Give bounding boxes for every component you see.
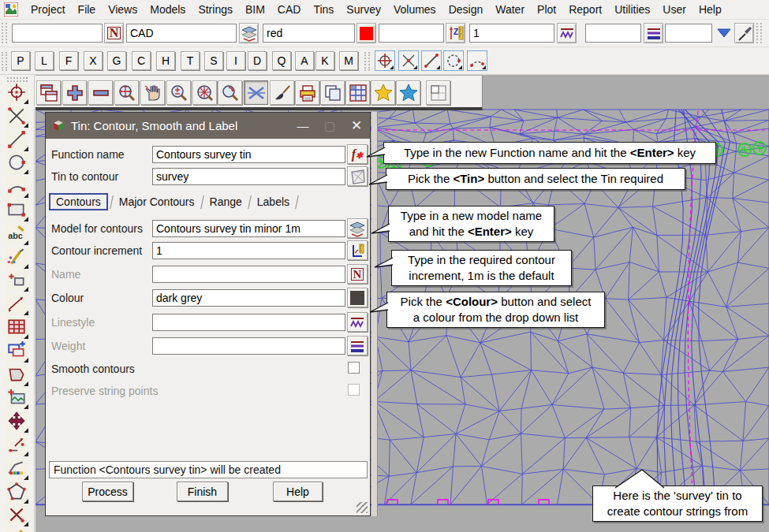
- menu-item-plot[interactable]: Plot: [531, 3, 562, 16]
- zoom-in-button[interactable]: [62, 80, 87, 105]
- snap-toggle-d[interactable]: D: [248, 51, 267, 70]
- arc-snap-icon[interactable]: [467, 50, 487, 71]
- cursor-snap-icon[interactable]: [375, 50, 395, 71]
- linestyle-field[interactable]: [469, 24, 554, 43]
- tab-labels[interactable]: Labels: [252, 194, 295, 210]
- snap-toggle-t[interactable]: T: [181, 51, 200, 70]
- menu-item-design[interactable]: Design: [442, 3, 490, 16]
- copy-view-button[interactable]: [320, 80, 345, 105]
- menu-item-water[interactable]: Water: [489, 3, 531, 16]
- height-button[interactable]: Z: [446, 23, 465, 43]
- function-button[interactable]: f✱: [347, 144, 368, 164]
- snap-toggle-c[interactable]: C: [132, 51, 151, 70]
- circle-snap-icon[interactable]: [443, 50, 464, 71]
- menu-item-help[interactable]: Help: [692, 3, 728, 16]
- text-tool-button[interactable]: abc: [6, 223, 28, 245]
- draw-symbols-tool-button[interactable]: [6, 247, 28, 269]
- preserve-string-points-checkbox[interactable]: [348, 384, 360, 396]
- name-field[interactable]: [12, 24, 103, 43]
- point-snap-icon[interactable]: [398, 50, 419, 71]
- snap-toggle-a[interactable]: A: [295, 51, 314, 70]
- model-field[interactable]: [126, 24, 237, 43]
- toolbar-drag-handle[interactable]: [2, 52, 7, 71]
- toggle-view-strings-button[interactable]: [244, 80, 268, 105]
- dialog-resize-grip[interactable]: [357, 502, 368, 513]
- point-tool-button[interactable]: [6, 82, 28, 104]
- model-for-contours-input[interactable]: [152, 220, 345, 237]
- symbol-dropdown-button[interactable]: [714, 23, 734, 43]
- snap-toggle-h[interactable]: H: [156, 51, 175, 70]
- linestyle-input[interactable]: [152, 314, 345, 331]
- eyedropper-button[interactable]: [734, 23, 754, 43]
- help-button[interactable]: Help: [273, 482, 323, 501]
- plot-button[interactable]: [295, 80, 319, 105]
- menu-item-project[interactable]: Project: [24, 3, 72, 16]
- snap-toggle-l[interactable]: L: [35, 51, 54, 70]
- layout-panes-button[interactable]: [426, 80, 450, 105]
- create-point-tool-button[interactable]: [6, 270, 28, 292]
- circle-tool-button[interactable]: [6, 152, 28, 174]
- rectangle-plus-tool-button[interactable]: [6, 340, 28, 363]
- toolbar-drag-handle[interactable]: [756, 23, 762, 43]
- snap-toggle-m[interactable]: M: [339, 51, 358, 70]
- menu-item-survey[interactable]: Survey: [340, 3, 387, 16]
- arc-tool-button[interactable]: [6, 176, 28, 198]
- models-panel-button[interactable]: [345, 80, 370, 105]
- zoom-inout-button[interactable]: [166, 80, 191, 105]
- line-snap-icon[interactable]: [421, 50, 442, 71]
- minimize-button[interactable]: —: [289, 113, 316, 139]
- smooth-contours-checkbox[interactable]: [348, 362, 360, 374]
- weight-field[interactable]: [585, 24, 641, 43]
- tin-to-contour-input[interactable]: [152, 168, 345, 185]
- weight-select-button[interactable]: [347, 336, 368, 355]
- toolbar-drag-handle[interactable]: [364, 52, 370, 71]
- snap-toggle-p[interactable]: P: [11, 51, 30, 70]
- menu-item-user[interactable]: User: [656, 3, 692, 16]
- rectangle-tool-button[interactable]: [6, 199, 28, 221]
- menu-item-volumes[interactable]: Volumes: [387, 3, 442, 16]
- tab-range[interactable]: Range: [204, 194, 248, 210]
- zoom-all-button[interactable]: [192, 80, 217, 105]
- model-button[interactable]: [239, 23, 259, 43]
- polygon-tool-button[interactable]: [6, 364, 28, 386]
- close-button[interactable]: ✕: [343, 113, 370, 139]
- toolbar-drag-handle[interactable]: [2, 23, 7, 43]
- linestyle-select-button[interactable]: [347, 312, 368, 332]
- contour-increment-input[interactable]: [152, 242, 345, 259]
- function-name-input[interactable]: [152, 146, 345, 163]
- colour-input[interactable]: [152, 289, 345, 307]
- height-field[interactable]: [379, 24, 444, 43]
- dialog-title-bar[interactable]: Tin: Contour, Smooth and Label — ▢ ✕: [46, 113, 370, 139]
- linestyle-button[interactable]: [557, 23, 577, 43]
- snap-toggle-s[interactable]: S: [204, 51, 223, 70]
- name-button[interactable]: N: [104, 23, 124, 43]
- redraw-button[interactable]: [270, 80, 294, 105]
- translate-points-tool-button[interactable]: [6, 434, 28, 456]
- menu-item-report[interactable]: Report: [562, 3, 608, 16]
- measure-tool-button[interactable]: [6, 293, 28, 315]
- colour-button[interactable]: [357, 23, 376, 43]
- menu-item-file[interactable]: File: [72, 3, 103, 16]
- freehand-draw-tool-button[interactable]: [6, 528, 28, 532]
- string-colours-tool-button[interactable]: [6, 458, 28, 480]
- name-input[interactable]: [152, 266, 345, 283]
- snap-toggle-f[interactable]: F: [59, 51, 78, 70]
- increment-button[interactable]: [347, 240, 368, 260]
- delete-tool-button[interactable]: [6, 504, 28, 526]
- image-tool-button[interactable]: [6, 387, 28, 409]
- tin-select-button[interactable]: [347, 166, 368, 186]
- menu-item-bim[interactable]: BIM: [239, 3, 271, 16]
- process-button[interactable]: Process: [82, 482, 133, 501]
- snap-toggle-i[interactable]: I: [226, 51, 245, 70]
- grid-table-tool-button[interactable]: [6, 317, 28, 339]
- menu-item-strings[interactable]: Strings: [192, 3, 239, 16]
- menu-item-utilities[interactable]: Utilities: [608, 3, 656, 16]
- snap-toggle-k[interactable]: K: [315, 51, 334, 70]
- zoom-extents-button[interactable]: [114, 80, 139, 105]
- menu-item-views[interactable]: Views: [102, 3, 144, 16]
- name-button[interactable]: N: [347, 264, 368, 284]
- zoom-previous-button[interactable]: [218, 80, 242, 105]
- symbol-field[interactable]: [665, 24, 712, 43]
- snap-toggle-q[interactable]: Q: [272, 51, 291, 70]
- move-tool-button[interactable]: [6, 411, 28, 433]
